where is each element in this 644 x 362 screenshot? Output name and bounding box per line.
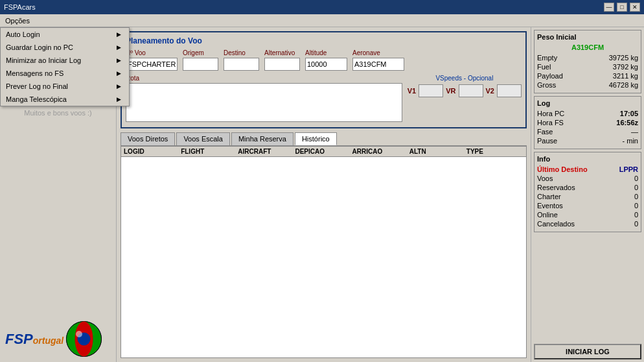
fase-row: Fase — [537,128,638,136]
dropdown-label: Guardar Login no PC [6,43,73,51]
empty-label: Empty [537,54,557,62]
altitude-label: Altitude [305,49,347,56]
online-row: Online 0 [537,211,638,219]
tab-voos-diretos[interactable]: Voos Diretos [121,132,175,145]
destino-field: Destino [224,49,259,71]
fase-label: Fase [537,128,553,136]
fase-value: — [631,128,638,136]
chevron-right-icon: ▶ [117,70,121,77]
dropdown-label: Minimizar ao Iniciar Log [6,56,81,64]
origem-label: Origem [183,49,218,56]
ultimo-destino-label: Último Destino [537,165,588,173]
nvo-field: Nº Voo [126,49,178,71]
tab-historico[interactable]: Histórico [295,132,337,145]
dropdown-label: Prever Log no Final [6,82,68,90]
menubar: Opções Auto Login ▶ Guardar Login no PC … [0,14,644,27]
eventos-row: Eventos 0 [537,202,638,210]
dropdown-label: Auto Login [6,30,40,38]
hora-fs-value: 16:56z [616,119,638,127]
col-arricao: ARRICAO [352,148,409,155]
aeronave-field: Aeronave [352,49,404,71]
vspeeds-title: VSpeeds - Opcional [408,75,522,82]
chevron-right-icon: ▶ [117,83,121,90]
maximize-button[interactable]: □ [617,3,627,12]
dropdown-label: Manga Telescópica [6,95,67,103]
cancelados-row: Cancelados 0 [537,220,638,228]
vr-label: VR [446,87,455,95]
window-controls: — □ ✕ [604,3,640,12]
chevron-right-icon: ▶ [117,31,121,38]
aeronave-label: Aeronave [352,49,404,56]
tab-minha-reserva[interactable]: Minha Reserva [231,132,293,145]
fuel-label: Fuel [537,63,551,71]
aeronave-input[interactable] [352,58,404,71]
gross-value: 46728 kg [609,81,638,89]
charter-label: Charter [537,193,561,200]
vr-input[interactable] [459,84,483,97]
nvo-input[interactable] [126,58,178,71]
pause-row: Pause - min [537,137,638,145]
destino-label: Destino [224,49,259,56]
empty-value: 39725 kg [609,54,638,62]
ultimo-destino-value: LPPR [619,165,638,173]
right-panel: Peso Inicial A319CFM Empty 39725 kg Fuel… [531,27,644,362]
rota-input[interactable] [126,83,402,122]
minimize-button[interactable]: — [604,3,614,12]
origem-input[interactable] [183,58,218,71]
origem-field: Origem [183,49,218,71]
col-logid: LOGID [124,148,181,155]
alternativo-label: Alternativo [264,49,300,56]
alternativo-input[interactable] [264,58,300,71]
hora-fs-row: Hora FS 16:56z [537,119,638,127]
hora-fs-label: Hora FS [537,119,564,127]
info-section: Info Último Destino LPPR Voos 0 Reservad… [534,152,641,232]
dropdown-item-guardar[interactable]: Guardar Login no PC ▶ [1,41,129,54]
v1-input[interactable] [419,84,443,97]
pause-label: Pause [537,137,557,145]
v2-input[interactable] [497,84,522,97]
col-type: TYPE [466,148,523,155]
payload-label: Payload [537,72,563,80]
ultimo-destino-row: Último Destino LPPR [537,165,638,173]
rota-area: Rota [126,75,402,123]
col-flight: FLIGHT [181,148,238,155]
center-panel: Planeamento do Voo Nº Voo Origem Destino… [117,27,531,362]
iniciar-log-button[interactable]: INICIAR LOG [534,344,641,359]
online-label: Online [537,211,558,219]
col-altn: ALTN [409,148,466,155]
destino-input[interactable] [224,58,259,71]
vspeeds-area: VSpeeds - Opcional V1 VR V2 [408,75,522,123]
svg-point-3 [76,331,82,337]
col-aircraft: AIRCRAFT [238,148,295,155]
dropdown-item-minimizar[interactable]: Minimizar ao Iniciar Log ▶ [1,54,129,67]
voos-value: 0 [634,175,638,182]
voos-row: Voos 0 [537,175,638,182]
table-header: LOGID FLIGHT AIRCRAFT DEPICAO ARRICAO AL… [121,147,526,157]
hora-pc-row: Hora PC 17:05 [537,110,638,117]
payload-value: 3211 kg [613,72,638,80]
dropdown-label: Mensagens no FS [6,69,63,77]
dropdown-item-mensagens[interactable]: Mensagens no FS ▶ [1,67,129,80]
fuel-value: 3792 kg [613,63,638,71]
gross-label: Gross [537,81,556,89]
log-title: Log [537,99,638,107]
cancelados-value: 0 [634,220,638,228]
dropdown-item-autologin[interactable]: Auto Login ▶ [1,28,129,41]
dropdown-item-manga[interactable]: Manga Telescópica ▶ [1,93,129,106]
close-button[interactable]: ✕ [630,3,640,12]
altitude-field: Altitude [305,49,347,71]
options-menu[interactable]: Opções [0,16,35,26]
nvo-label: Nº Voo [126,49,178,56]
peso-inicial-title: Peso Inicial [537,33,638,41]
voos-label: Voos [537,175,553,182]
dropdown-item-prever[interactable]: Prever Log no Final ▶ [1,80,129,93]
tab-voos-escala[interactable]: Voos Escala [176,132,230,145]
empty-row: Empty 39725 kg [537,54,638,62]
reservados-row: Reservados 0 [537,184,638,191]
hora-pc-value: 17:05 [620,110,638,117]
v1-label: V1 [408,87,416,95]
payload-row: Payload 3211 kg [537,72,638,80]
altitude-input[interactable] [305,58,347,71]
flight-planning-box: Planeamento do Voo Nº Voo Origem Destino… [121,31,527,128]
app-title: FSPAcars [4,3,36,11]
